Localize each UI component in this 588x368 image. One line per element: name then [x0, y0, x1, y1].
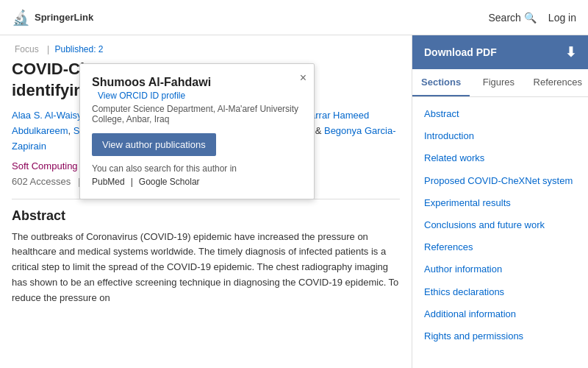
author-popup: × Shumoos Al-Fahdawi View ORCID ID profi…	[79, 63, 315, 199]
header: 🔬 SpringerLink Search 🔍 Log in	[0, 0, 588, 35]
logo-text: SpringerLink	[35, 12, 93, 23]
download-label: Download PDF	[424, 46, 497, 58]
journal-link[interactable]: Soft Computing	[12, 160, 78, 171]
download-pdf-button[interactable]: Download PDF ⬇	[412, 35, 588, 69]
popup-search-text: You can also search for this author in	[92, 163, 302, 174]
springer-logo-icon: 🔬	[12, 9, 30, 26]
download-icon: ⬇	[565, 44, 576, 60]
and-connector: &	[315, 125, 322, 136]
google-scholar-link[interactable]: Google Scholar	[139, 177, 200, 187]
section-additional[interactable]: Additional information	[412, 303, 588, 325]
accesses-label: Accesses	[30, 176, 71, 187]
logo: 🔬 SpringerLink	[12, 9, 93, 26]
popup-search-links: PubMed | Google Scholar	[92, 177, 302, 187]
article-content: Focus | Published: 2 COVID-Ch… identifyi…	[0, 35, 412, 368]
sections-list: Abstract Introduction Related works Prop…	[412, 97, 588, 368]
search-button[interactable]: Search 🔍	[488, 12, 536, 24]
view-publications-button[interactable]: View author publications	[92, 133, 216, 156]
tab-figures[interactable]: Figures	[470, 69, 527, 96]
header-actions: Search 🔍 Log in	[488, 12, 576, 24]
main-content: Focus | Published: 2 COVID-Ch… identifyi…	[0, 35, 588, 368]
section-author-info[interactable]: Author information	[412, 258, 588, 280]
section-rights[interactable]: Rights and permissions	[412, 325, 588, 347]
abstract-text: The outbreaks of Coronavirus (COVID-19) …	[12, 230, 400, 306]
section-abstract[interactable]: Abstract	[412, 103, 588, 125]
tab-references[interactable]: References	[528, 69, 588, 96]
section-related-works[interactable]: Related works	[412, 147, 588, 169]
abstract-heading: Abstract	[12, 199, 400, 224]
section-conclusions[interactable]: Conclusions and future work	[412, 214, 588, 236]
title-line1: COVID-Ch	[12, 60, 90, 78]
accesses-count: 602	[12, 176, 28, 187]
right-sidebar: Download PDF ⬇ Sections Figures Referenc…	[412, 35, 588, 368]
search-intro: You can also search for this author in	[92, 163, 237, 174]
search-icon: 🔍	[524, 12, 537, 24]
section-experimental[interactable]: Experimental results	[412, 192, 588, 214]
section-ethics[interactable]: Ethics declarations	[412, 281, 588, 303]
orcid-link[interactable]: View ORCID ID profile	[98, 91, 185, 101]
published-link[interactable]: Published: 2	[54, 44, 103, 54]
popup-close-button[interactable]: ×	[300, 71, 306, 85]
tab-sections[interactable]: Sections	[412, 69, 470, 96]
login-button[interactable]: Log in	[548, 12, 576, 24]
section-references[interactable]: References	[412, 236, 588, 258]
section-introduction[interactable]: Introduction	[412, 125, 588, 147]
search-label: Search	[488, 12, 520, 24]
pubmed-link[interactable]: PubMed	[92, 177, 125, 187]
author-alwaisy[interactable]: Alaa S. Al-Waisy	[12, 110, 82, 121]
focus-bar: Focus | Published: 2	[12, 44, 400, 54]
popup-affiliation: Computer Science Department, Al-Ma'aref …	[92, 104, 302, 124]
popup-author-name: Shumoos Al-Fahdawi	[92, 76, 211, 89]
section-proposed-system[interactable]: Proposed COVID-CheXNet system	[412, 170, 588, 192]
focus-label: Focus	[15, 44, 39, 54]
sidebar-tabs: Sections Figures References	[412, 69, 588, 97]
